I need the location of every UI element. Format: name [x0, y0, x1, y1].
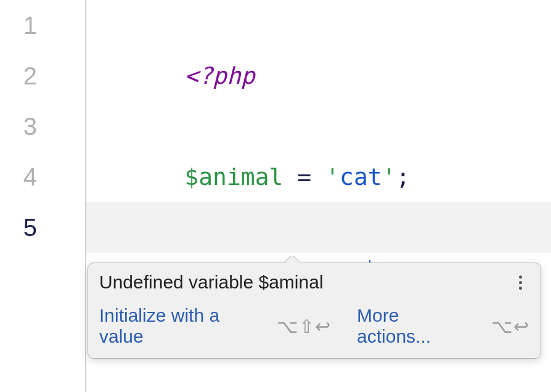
line-number[interactable]: 2	[0, 51, 37, 101]
inspection-tooltip: Undefined variable $aminal Initialize wi…	[88, 263, 541, 359]
code-line-active[interactable]: echo $aminal;	[86, 202, 551, 253]
code-line[interactable]: $animal = 'cat';	[86, 101, 551, 152]
line-number[interactable]: 3	[0, 101, 37, 152]
line-number[interactable]: 5	[0, 202, 37, 253]
initialize-action-link[interactable]: Initialize with a value	[99, 305, 251, 347]
code-line[interactable]: <?php	[86, 0, 551, 51]
shortcut-hint: ⌥⇧↩	[277, 316, 331, 337]
more-options-icon[interactable]	[511, 273, 529, 292]
code-line[interactable]	[86, 51, 551, 101]
tooltip-message: Undefined variable $aminal	[99, 272, 324, 293]
gutter: 1 2 3 4 5	[0, 0, 86, 392]
code-line[interactable]	[86, 152, 551, 202]
shortcut-hint: ⌥↩	[491, 316, 529, 337]
line-number[interactable]: 4	[0, 152, 37, 202]
more-actions-link[interactable]: More actions...	[357, 305, 465, 347]
tooltip-arrow-icon	[284, 256, 299, 263]
line-number[interactable]: 1	[0, 0, 37, 51]
